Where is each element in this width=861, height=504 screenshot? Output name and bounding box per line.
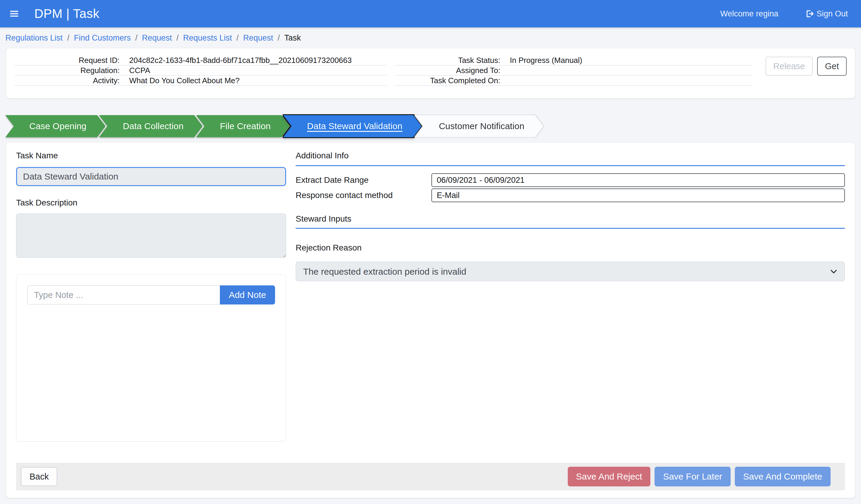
additional-info-divider: [296, 165, 845, 166]
sign-out-icon: [805, 9, 814, 18]
workflow-steps: Case Opening Data Collection File Creati…: [5, 115, 855, 137]
breadcrumb: Regulations List / Find Customers / Requ…: [0, 27, 861, 48]
task-completed-on-label: Task Completed On:: [395, 76, 510, 85]
breadcrumb-regulations-list[interactable]: Regulations List: [5, 33, 63, 43]
welcome-text: Welcome regina: [720, 9, 778, 18]
task-status-value: In Progress (Manual): [510, 56, 753, 65]
breadcrumb-requests-list[interactable]: Requests List: [183, 33, 232, 43]
request-id-value: 204c82c2-1633-4fb1-8add-6bf71ca17fbb__20…: [129, 56, 387, 65]
additional-info-heading: Additional Info: [296, 151, 845, 160]
release-button[interactable]: Release: [766, 57, 813, 76]
task-status-label: Task Status:: [395, 56, 510, 65]
assigned-to-label: Assigned To:: [395, 66, 510, 75]
breadcrumb-find-customers[interactable]: Find Customers: [74, 33, 131, 43]
get-button[interactable]: Get: [817, 57, 847, 76]
steward-inputs-divider: [296, 228, 845, 229]
task-completed-on-row: Task Completed On:: [395, 76, 753, 86]
save-for-later-button[interactable]: Save For Later: [655, 467, 730, 486]
steward-inputs-heading: Steward Inputs: [296, 214, 845, 224]
rejection-reason-label: Rejection Reason: [296, 243, 845, 253]
task-description-label: Task Description: [16, 198, 286, 208]
add-note-button[interactable]: Add Note: [220, 285, 275, 305]
task-name-input[interactable]: [16, 167, 286, 186]
task-status-row: Task Status: In Progress (Manual): [395, 55, 753, 66]
breadcrumb-separator: /: [176, 33, 179, 43]
page-title: DPM | Task: [34, 6, 99, 21]
task-name-label: Task Name: [16, 151, 286, 160]
sign-out-button[interactable]: Sign Out: [805, 9, 848, 18]
extract-date-range-label: Extract Date Range: [296, 176, 432, 185]
request-info-left: Request ID: 204c82c2-1633-4fb1-8add-6bf7…: [14, 55, 390, 93]
step-customer-notification[interactable]: Customer Notification: [415, 115, 544, 137]
response-contact-method-input[interactable]: [432, 188, 845, 202]
step-data-collection[interactable]: Data Collection: [99, 115, 203, 137]
regulation-label: Regulation:: [14, 66, 129, 75]
save-and-reject-button[interactable]: Save And Reject: [568, 467, 651, 486]
extract-date-range-input[interactable]: [432, 173, 845, 187]
step-data-steward-validation[interactable]: Data Steward Validation: [283, 115, 422, 137]
notes-panel: Add Note: [16, 275, 286, 442]
request-id-row: Request ID: 204c82c2-1633-4fb1-8add-6bf7…: [14, 55, 387, 66]
regulation-row: Regulation: CCPA: [14, 66, 387, 76]
breadcrumb-request[interactable]: Request: [142, 33, 172, 43]
step-file-creation[interactable]: File Creation: [196, 115, 290, 137]
menu-icon[interactable]: [9, 9, 19, 18]
breadcrumb-request-2[interactable]: Request: [243, 33, 273, 43]
response-contact-method-label: Response contact method: [296, 191, 432, 200]
breadcrumb-separator: /: [67, 33, 69, 43]
assigned-to-row: Assigned To:: [395, 66, 753, 76]
activity-row: Activity: What Do You Collect About Me?: [14, 76, 387, 86]
breadcrumb-separator: /: [236, 33, 239, 43]
request-info-card: Request ID: 204c82c2-1633-4fb1-8add-6bf7…: [6, 48, 855, 98]
activity-value: What Do You Collect About Me?: [129, 76, 387, 85]
rejection-reason-select[interactable]: The requested extraction period is inval…: [296, 262, 845, 281]
breadcrumb-separator: /: [135, 33, 138, 43]
note-input[interactable]: [27, 285, 220, 305]
task-description-textarea[interactable]: [16, 213, 286, 258]
save-and-complete-button[interactable]: Save And Complete: [735, 467, 831, 486]
back-button[interactable]: Back: [21, 467, 57, 486]
task-footer: Back Save And Reject Save For Later Save…: [16, 463, 845, 490]
request-info-right: Task Status: In Progress (Manual) Assign…: [395, 55, 756, 93]
sign-out-label: Sign Out: [817, 9, 848, 18]
breadcrumb-separator: /: [278, 33, 280, 43]
request-id-label: Request ID:: [14, 56, 129, 65]
regulation-value: CCPA: [129, 66, 387, 75]
breadcrumb-current-task: Task: [284, 33, 301, 43]
step-case-opening[interactable]: Case Opening: [5, 115, 106, 137]
app-header: DPM | Task Welcome regina Sign Out: [0, 0, 861, 27]
activity-label: Activity:: [14, 76, 129, 85]
task-detail-card: Task Name Task Description Add Note Addi…: [6, 142, 855, 498]
